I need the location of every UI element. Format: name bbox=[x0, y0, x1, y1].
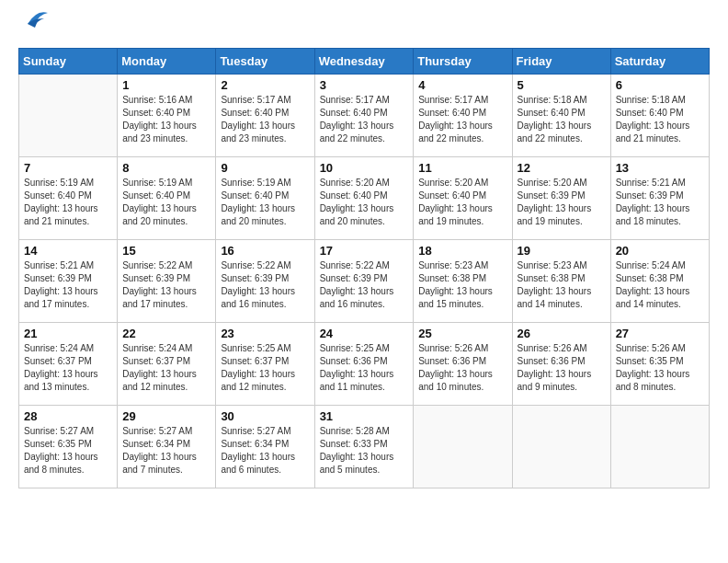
calendar-cell: 17Sunrise: 5:22 AMSunset: 6:39 PMDayligh… bbox=[314, 240, 414, 323]
weekday-header-thursday: Thursday bbox=[414, 49, 512, 75]
day-number: 10 bbox=[320, 161, 409, 175]
calendar-cell: 15Sunrise: 5:22 AMSunset: 6:39 PMDayligh… bbox=[118, 240, 216, 323]
calendar-cell: 6Sunrise: 5:18 AMSunset: 6:40 PMDaylight… bbox=[610, 75, 709, 157]
week-row-5: 28Sunrise: 5:27 AMSunset: 6:35 PMDayligh… bbox=[19, 406, 710, 488]
calendar-table: SundayMondayTuesdayWednesdayThursdayFrid… bbox=[18, 48, 710, 488]
calendar-cell bbox=[610, 406, 709, 488]
day-number: 12 bbox=[518, 161, 606, 175]
day-number: 30 bbox=[221, 409, 309, 423]
calendar-cell: 31Sunrise: 5:28 AMSunset: 6:33 PMDayligh… bbox=[314, 406, 414, 488]
day-info: Sunrise: 5:20 AMSunset: 6:40 PMDaylight:… bbox=[320, 177, 409, 228]
calendar-cell: 3Sunrise: 5:17 AMSunset: 6:40 PMDaylight… bbox=[314, 75, 414, 157]
weekday-header-friday: Friday bbox=[512, 49, 610, 75]
week-row-1: 1Sunrise: 5:16 AMSunset: 6:40 PMDaylight… bbox=[19, 75, 710, 157]
calendar-cell: 28Sunrise: 5:27 AMSunset: 6:35 PMDayligh… bbox=[19, 406, 118, 488]
calendar-cell bbox=[512, 406, 610, 488]
day-number: 27 bbox=[616, 327, 704, 340]
calendar-cell: 18Sunrise: 5:23 AMSunset: 6:38 PMDayligh… bbox=[414, 240, 512, 323]
day-info: Sunrise: 5:27 AMSunset: 6:34 PMDaylight:… bbox=[122, 425, 210, 477]
day-info: Sunrise: 5:18 AMSunset: 6:40 PMDaylight:… bbox=[518, 94, 606, 145]
day-info: Sunrise: 5:18 AMSunset: 6:40 PMDaylight:… bbox=[616, 94, 704, 145]
calendar-cell: 8Sunrise: 5:19 AMSunset: 6:40 PMDaylight… bbox=[118, 157, 216, 240]
day-info: Sunrise: 5:24 AMSunset: 6:37 PMDaylight:… bbox=[122, 342, 210, 394]
weekday-header-monday: Monday bbox=[118, 49, 216, 75]
day-number: 26 bbox=[518, 327, 606, 340]
day-number: 6 bbox=[616, 78, 704, 92]
day-number: 21 bbox=[24, 327, 112, 340]
calendar-cell: 10Sunrise: 5:20 AMSunset: 6:40 PMDayligh… bbox=[314, 157, 414, 240]
calendar-cell: 11Sunrise: 5:20 AMSunset: 6:40 PMDayligh… bbox=[414, 157, 512, 240]
day-info: Sunrise: 5:27 AMSunset: 6:35 PMDaylight:… bbox=[24, 425, 112, 477]
day-info: Sunrise: 5:23 AMSunset: 6:38 PMDaylight:… bbox=[518, 259, 606, 311]
calendar-cell: 9Sunrise: 5:19 AMSunset: 6:40 PMDaylight… bbox=[216, 157, 314, 240]
calendar-cell: 7Sunrise: 5:19 AMSunset: 6:40 PMDaylight… bbox=[19, 157, 118, 240]
calendar-cell: 22Sunrise: 5:24 AMSunset: 6:37 PMDayligh… bbox=[118, 323, 216, 406]
calendar-cell: 29Sunrise: 5:27 AMSunset: 6:34 PMDayligh… bbox=[118, 406, 216, 488]
calendar-cell: 5Sunrise: 5:18 AMSunset: 6:40 PMDaylight… bbox=[512, 75, 610, 157]
weekday-header-sunday: Sunday bbox=[19, 49, 118, 75]
week-row-4: 21Sunrise: 5:24 AMSunset: 6:37 PMDayligh… bbox=[19, 323, 710, 406]
day-number: 31 bbox=[320, 409, 409, 423]
day-info: Sunrise: 5:19 AMSunset: 6:40 PMDaylight:… bbox=[122, 177, 210, 228]
calendar-cell: 21Sunrise: 5:24 AMSunset: 6:37 PMDayligh… bbox=[19, 323, 118, 406]
calendar-cell bbox=[19, 75, 118, 157]
day-info: Sunrise: 5:26 AMSunset: 6:36 PMDaylight:… bbox=[518, 342, 606, 394]
logo bbox=[18, 18, 50, 39]
day-number: 15 bbox=[122, 244, 210, 258]
day-info: Sunrise: 5:22 AMSunset: 6:39 PMDaylight:… bbox=[320, 259, 409, 311]
day-number: 24 bbox=[320, 327, 409, 340]
calendar-cell: 20Sunrise: 5:24 AMSunset: 6:38 PMDayligh… bbox=[610, 240, 709, 323]
day-info: Sunrise: 5:28 AMSunset: 6:33 PMDaylight:… bbox=[320, 425, 409, 477]
day-info: Sunrise: 5:20 AMSunset: 6:40 PMDaylight:… bbox=[418, 177, 506, 228]
day-number: 28 bbox=[24, 409, 112, 423]
day-info: Sunrise: 5:22 AMSunset: 6:39 PMDaylight:… bbox=[122, 259, 210, 311]
calendar-cell: 30Sunrise: 5:27 AMSunset: 6:34 PMDayligh… bbox=[216, 406, 314, 488]
day-number: 22 bbox=[122, 327, 210, 340]
calendar-cell: 23Sunrise: 5:25 AMSunset: 6:37 PMDayligh… bbox=[216, 323, 314, 406]
calendar-cell: 13Sunrise: 5:21 AMSunset: 6:39 PMDayligh… bbox=[610, 157, 709, 240]
weekday-header-tuesday: Tuesday bbox=[216, 49, 314, 75]
week-row-2: 7Sunrise: 5:19 AMSunset: 6:40 PMDaylight… bbox=[19, 157, 710, 240]
day-number: 17 bbox=[320, 244, 409, 258]
calendar-cell: 25Sunrise: 5:26 AMSunset: 6:36 PMDayligh… bbox=[414, 323, 512, 406]
day-number: 23 bbox=[221, 327, 309, 340]
day-number: 16 bbox=[221, 244, 309, 258]
day-number: 5 bbox=[518, 78, 606, 92]
day-info: Sunrise: 5:24 AMSunset: 6:38 PMDaylight:… bbox=[616, 259, 704, 311]
calendar-cell bbox=[414, 406, 512, 488]
calendar-cell: 14Sunrise: 5:21 AMSunset: 6:39 PMDayligh… bbox=[19, 240, 118, 323]
day-info: Sunrise: 5:21 AMSunset: 6:39 PMDaylight:… bbox=[24, 259, 112, 311]
day-info: Sunrise: 5:21 AMSunset: 6:39 PMDaylight:… bbox=[616, 177, 704, 228]
day-info: Sunrise: 5:19 AMSunset: 6:40 PMDaylight:… bbox=[24, 177, 112, 228]
calendar-cell: 16Sunrise: 5:22 AMSunset: 6:39 PMDayligh… bbox=[216, 240, 314, 323]
logo-wing-icon bbox=[20, 6, 50, 35]
day-info: Sunrise: 5:27 AMSunset: 6:34 PMDaylight:… bbox=[221, 425, 309, 477]
calendar-cell: 24Sunrise: 5:25 AMSunset: 6:36 PMDayligh… bbox=[314, 323, 414, 406]
calendar-cell: 1Sunrise: 5:16 AMSunset: 6:40 PMDaylight… bbox=[118, 75, 216, 157]
day-info: Sunrise: 5:17 AMSunset: 6:40 PMDaylight:… bbox=[418, 94, 506, 145]
day-number: 19 bbox=[518, 244, 606, 258]
day-number: 20 bbox=[616, 244, 704, 258]
day-number: 2 bbox=[221, 78, 309, 92]
week-row-3: 14Sunrise: 5:21 AMSunset: 6:39 PMDayligh… bbox=[19, 240, 710, 323]
weekday-header-saturday: Saturday bbox=[610, 49, 709, 75]
calendar-cell: 12Sunrise: 5:20 AMSunset: 6:39 PMDayligh… bbox=[512, 157, 610, 240]
day-number: 29 bbox=[122, 409, 210, 423]
day-number: 18 bbox=[418, 244, 506, 258]
day-number: 4 bbox=[418, 78, 506, 92]
calendar-cell: 19Sunrise: 5:23 AMSunset: 6:38 PMDayligh… bbox=[512, 240, 610, 323]
day-info: Sunrise: 5:20 AMSunset: 6:39 PMDaylight:… bbox=[518, 177, 606, 228]
day-number: 11 bbox=[418, 161, 506, 175]
day-number: 3 bbox=[320, 78, 409, 92]
day-info: Sunrise: 5:17 AMSunset: 6:40 PMDaylight:… bbox=[320, 94, 409, 145]
weekday-header-row: SundayMondayTuesdayWednesdayThursdayFrid… bbox=[19, 49, 710, 75]
day-info: Sunrise: 5:22 AMSunset: 6:39 PMDaylight:… bbox=[221, 259, 309, 311]
day-info: Sunrise: 5:17 AMSunset: 6:40 PMDaylight:… bbox=[221, 94, 309, 145]
day-number: 7 bbox=[24, 161, 112, 175]
day-info: Sunrise: 5:26 AMSunset: 6:36 PMDaylight:… bbox=[418, 342, 506, 394]
day-info: Sunrise: 5:16 AMSunset: 6:40 PMDaylight:… bbox=[122, 94, 210, 145]
weekday-header-wednesday: Wednesday bbox=[314, 49, 414, 75]
page-header bbox=[18, 18, 710, 39]
day-number: 9 bbox=[221, 161, 309, 175]
day-info: Sunrise: 5:25 AMSunset: 6:37 PMDaylight:… bbox=[221, 342, 309, 394]
